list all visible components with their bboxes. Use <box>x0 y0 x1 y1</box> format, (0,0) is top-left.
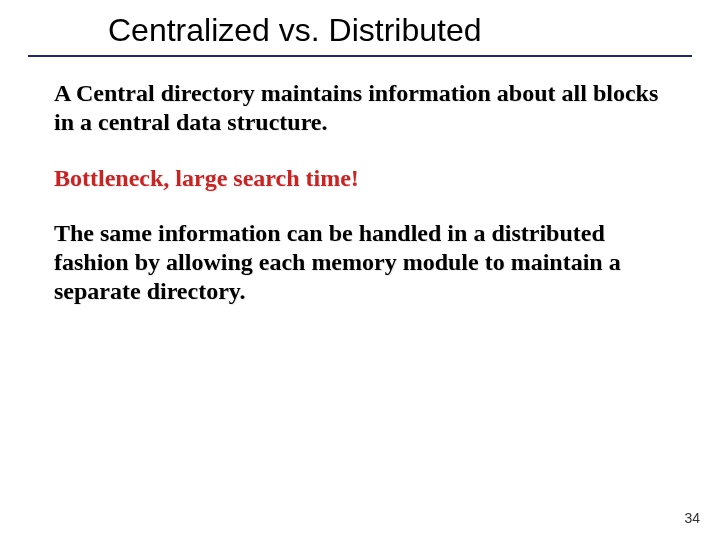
body-paragraph-1: A Central directory maintains informatio… <box>54 79 666 138</box>
body-paragraph-2: Bottleneck, large search time! <box>54 164 666 193</box>
page-number: 34 <box>684 510 700 526</box>
slide-body: A Central directory maintains informatio… <box>0 57 720 307</box>
body-paragraph-3: The same information can be handled in a… <box>54 219 666 307</box>
slide-title: Centralized vs. Distributed <box>0 12 720 55</box>
slide: Centralized vs. Distributed A Central di… <box>0 0 720 540</box>
